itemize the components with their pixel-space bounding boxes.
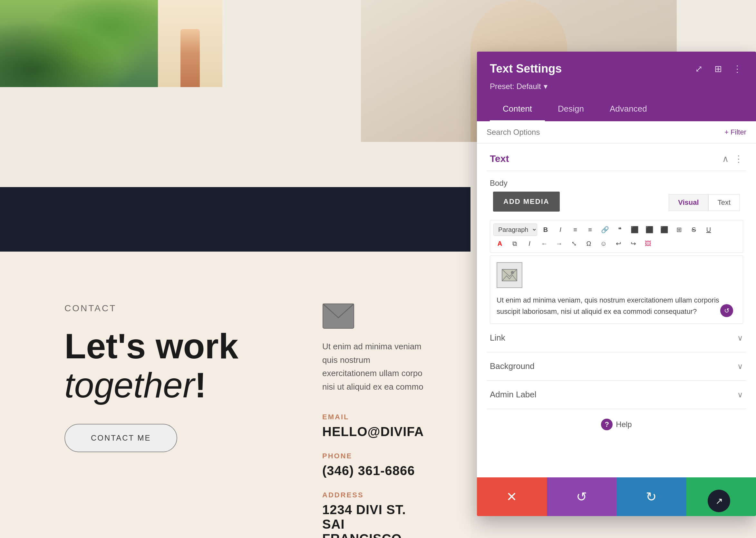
heading-line1: Let's work: [65, 326, 238, 366]
contact-heading: Let's work together!: [65, 326, 258, 404]
svg-point-2: [511, 271, 514, 274]
text-section-title: Text: [490, 153, 509, 164]
link-chevron: ∨: [737, 334, 743, 343]
panel-tabs: Content Design Advanced: [490, 97, 743, 121]
section-icons: ∧ ⋮: [722, 153, 743, 164]
admin-label-section[interactable]: Admin Label ∨: [487, 381, 746, 409]
heading-line2: together: [65, 365, 195, 405]
phone-value: (346) 361-6866: [322, 463, 424, 478]
undo-icon: ↺: [576, 489, 587, 504]
admin-label-chevron: ∨: [737, 390, 743, 399]
contact-label: CONTACT: [65, 303, 258, 313]
text-color-button[interactable]: A: [494, 238, 506, 249]
align-left-button[interactable]: ⬛: [628, 224, 641, 236]
preset-label: Preset: Default: [490, 82, 541, 91]
contact-left: CONTACT Let's work together! CONTACT ME: [65, 303, 258, 486]
panel-search: + Filter: [477, 121, 756, 143]
redo-button[interactable]: ↻: [616, 477, 686, 516]
address-label: ADDRESS: [322, 491, 424, 499]
phone-label: PHONE: [322, 452, 424, 460]
panel-preset[interactable]: Preset: Default ▾: [490, 82, 743, 91]
help-text: Help: [616, 420, 632, 429]
panel-title: Text Settings: [490, 62, 562, 76]
editor-toolbar: Paragraph Heading 1 Heading 2 B I ≡ ≡ 🔗 …: [490, 220, 743, 253]
section-chevron-up[interactable]: ∧: [722, 153, 729, 164]
unordered-list-button[interactable]: ≡: [569, 224, 582, 236]
background-chevron: ∨: [737, 362, 743, 371]
body-field-label: Body: [487, 171, 746, 191]
link-button[interactable]: 🔗: [598, 224, 611, 236]
editor-content-area[interactable]: Ut enim ad minima veniam, quis nostrum e…: [490, 255, 743, 324]
underline-button[interactable]: U: [702, 224, 715, 236]
panel-header-top: Text Settings ⤢ ⊞ ⋮: [490, 62, 743, 76]
search-input[interactable]: [487, 128, 725, 137]
contact-right: Ut enim ad minima veniam quis nostrum ex…: [322, 303, 424, 486]
fullscreen-button[interactable]: ⤡: [567, 238, 580, 249]
contact-me-button[interactable]: CONTACT ME: [65, 424, 177, 452]
align-center-button[interactable]: ⬛: [643, 224, 656, 236]
italic-button[interactable]: I: [554, 224, 567, 236]
address-line2: FRANCISCO, CA: [322, 532, 424, 538]
help-icon[interactable]: ?: [601, 419, 613, 430]
ordered-list-button[interactable]: ≡: [584, 224, 596, 236]
content-image-placeholder: [496, 262, 522, 288]
panel-header: Text Settings ⤢ ⊞ ⋮ Preset: Default ▾ Co…: [477, 52, 756, 121]
expand-icon[interactable]: ⤢: [693, 63, 704, 75]
text-tab[interactable]: Text: [708, 194, 740, 211]
phone-section: PHONE (346) 361-6866: [322, 452, 424, 478]
background-label: Background: [490, 361, 535, 371]
align-right-button[interactable]: ⬛: [658, 224, 671, 236]
add-media-button[interactable]: ADD MEDIA: [493, 191, 560, 212]
link-label: Link: [490, 333, 505, 343]
fashion-figure: [180, 29, 200, 87]
blockquote-button[interactable]: ❝: [613, 224, 626, 236]
bottom-right-icon[interactable]: ↗: [708, 490, 730, 512]
help-icon-symbol: ?: [605, 420, 609, 429]
email-value: HELLO@DIVIFA: [322, 424, 424, 439]
toolbar-row-2: A ⧉ I ← → ⤡ Ω ☺ ↩ ↪ 🖼: [494, 238, 739, 249]
bold-button[interactable]: B: [539, 224, 552, 236]
text-section-header: Text ∧ ⋮: [487, 143, 746, 171]
envelope-icon: [322, 303, 354, 329]
admin-label-text: Admin Label: [490, 390, 537, 400]
indent-right-button[interactable]: →: [553, 238, 566, 249]
section-more-icon[interactable]: ⋮: [734, 153, 743, 164]
italic2-button[interactable]: I: [523, 238, 536, 249]
visual-tab[interactable]: Visual: [669, 194, 708, 211]
strikethrough-button[interactable]: S: [687, 224, 700, 236]
heading-punctuation: !: [195, 365, 207, 405]
background-section[interactable]: Background ∨: [487, 352, 746, 381]
panel-body: Text ∧ ⋮ Body ADD MEDIA Visual Text Para…: [477, 143, 756, 477]
tab-advanced[interactable]: Advanced: [597, 97, 660, 121]
undo-button[interactable]: ↩: [612, 238, 625, 249]
tab-design[interactable]: Design: [545, 97, 597, 121]
filter-button[interactable]: + Filter: [725, 128, 746, 136]
editor-body-text: Ut enim ad minima veniam, quis nostrum e…: [496, 295, 736, 317]
plant-image-inner: [0, 0, 158, 87]
contact-body-text: Ut enim ad minima veniam quis nostrum ex…: [322, 340, 424, 394]
address-line1: 1234 DIVI ST. SAI: [322, 503, 424, 532]
link-section[interactable]: Link ∨: [487, 324, 746, 352]
indent-left-button[interactable]: ←: [538, 238, 551, 249]
help-section: ? Help: [487, 409, 746, 440]
toolbar-row-1: Paragraph Heading 1 Heading 2 B I ≡ ≡ 🔗 …: [494, 224, 739, 236]
redo-icon: ↻: [646, 489, 657, 504]
copy-format-button[interactable]: ⧉: [508, 238, 521, 249]
more-icon[interactable]: ⋮: [732, 63, 743, 75]
emoji-button[interactable]: ☺: [597, 238, 610, 249]
image-button[interactable]: 🖼: [641, 238, 654, 249]
cancel-button[interactable]: ✕: [477, 477, 547, 516]
tab-content[interactable]: Content: [490, 97, 545, 121]
paragraph-select[interactable]: Paragraph Heading 1 Heading 2: [494, 224, 537, 236]
email-label: EMAIL: [322, 413, 424, 421]
email-section: EMAIL HELLO@DIVIFA: [322, 413, 424, 439]
table-button[interactable]: ⊞: [673, 224, 685, 236]
cancel-icon: ✕: [506, 489, 517, 504]
editor-tabs: Visual Text: [669, 194, 743, 211]
layout-icon[interactable]: ⊞: [712, 63, 724, 75]
redo-button[interactable]: ↪: [627, 238, 640, 249]
undo-button[interactable]: ↺: [547, 477, 617, 516]
contact-section: CONTACT Let's work together! CONTACT ME …: [0, 251, 470, 538]
address-section: ADDRESS 1234 DIVI ST. SAI FRANCISCO, CA: [322, 491, 424, 538]
special-char-button[interactable]: Ω: [582, 238, 595, 249]
